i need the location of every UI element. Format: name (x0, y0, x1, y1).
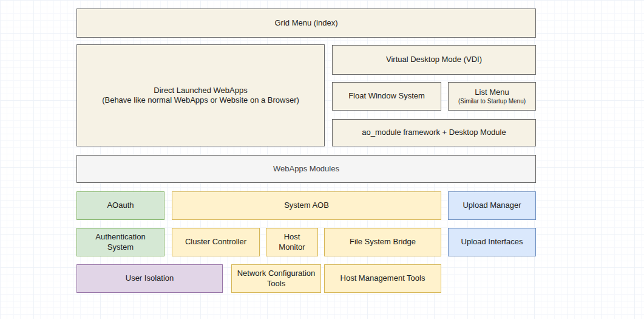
node-host-monitor: Host Monitor (266, 228, 318, 256)
node-aoauth: AOauth (76, 191, 164, 220)
node-list-menu-title: List Menu (475, 87, 509, 97)
node-direct-launched-webapps-line1: Direct Launched WebApps (154, 86, 247, 95)
node-direct-launched-webapps: Direct Launched WebApps (Behave like nor… (76, 44, 325, 146)
node-authentication-system: Authentication System (76, 228, 164, 256)
node-list-menu: List Menu (Similar to Startup Menu) (448, 82, 536, 111)
node-ao-module-framework: ao_module framework + Desktop Module (332, 119, 536, 146)
node-user-isolation: User Isolation (76, 264, 223, 293)
node-grid-menu: Grid Menu (index) (76, 9, 536, 38)
node-file-system-bridge: File System Bridge (324, 228, 441, 256)
node-cluster-controller: Cluster Controller (172, 228, 260, 256)
diagram-canvas: Grid Menu (index) Direct Launched WebApp… (0, 0, 644, 319)
node-upload-manager: Upload Manager (448, 191, 536, 220)
node-webapps-modules: WebApps Modules (76, 155, 536, 183)
node-virtual-desktop-mode: Virtual Desktop Mode (VDI) (332, 45, 536, 75)
node-network-configuration-tools: Network Configuration Tools (231, 264, 321, 293)
node-float-window-system: Float Window System (332, 82, 441, 111)
node-direct-launched-webapps-line2: (Behave like normal WebApps or Website o… (102, 95, 299, 105)
node-upload-interfaces: Upload Interfaces (448, 228, 536, 256)
node-system-aob: System AOB (172, 191, 441, 220)
node-list-menu-subtitle: (Similar to Startup Menu) (458, 98, 526, 106)
node-host-management-tools: Host Management Tools (324, 264, 441, 293)
